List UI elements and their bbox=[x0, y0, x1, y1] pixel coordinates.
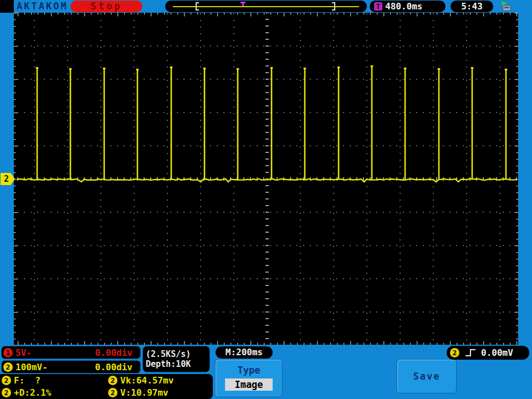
channel2-status: 2 100mV- 0.00div bbox=[1, 360, 141, 374]
clock: 5:43 bbox=[451, 1, 493, 12]
measurement-text: F: ? bbox=[14, 375, 40, 386]
waveform-display bbox=[14, 13, 518, 345]
type-button-label: Type bbox=[216, 365, 282, 376]
trigger-level-badge: 2 0.00mV bbox=[447, 346, 529, 360]
usb-disk-body-icon bbox=[503, 5, 511, 11]
measurement-vk: 2 Vk:64.57mv bbox=[108, 375, 214, 386]
save-button[interactable]: Save bbox=[397, 359, 457, 393]
measurement-text: V:10.97mv bbox=[120, 387, 168, 398]
trigger-info-badge: T 480.0ms bbox=[370, 1, 446, 12]
trigger-level-value: 0.00mV bbox=[481, 347, 513, 358]
channel2-badge-icon: 2 bbox=[2, 376, 11, 385]
top-left-corner bbox=[0, 0, 14, 13]
measurement-text: Vk:64.57mv bbox=[120, 375, 173, 386]
measurement-duty: 2 +D:2.1% bbox=[2, 387, 108, 398]
memory-line bbox=[173, 6, 359, 7]
trigger-time-value: 480.0ms bbox=[385, 1, 422, 12]
channel2-scale: 100mV- bbox=[16, 362, 48, 372]
channel2-position-marker: 2 bbox=[1, 173, 15, 185]
channel2-badge-icon: 2 bbox=[2, 388, 11, 397]
sample-rate: (2.5KS/s) bbox=[146, 349, 191, 359]
rising-edge-icon bbox=[466, 349, 478, 357]
type-button[interactable]: Type Image bbox=[215, 359, 283, 397]
window-right-bracket-icon bbox=[332, 2, 335, 11]
channel2-badge-icon: 2 bbox=[3, 362, 13, 372]
usb-storage-icon bbox=[500, 1, 513, 12]
oscilloscope-screen: AKTAKOM Stop T 480.0ms 5:43 2 1 5V- 0.00… bbox=[0, 0, 532, 399]
measurement-text: +D:2.1% bbox=[14, 387, 51, 398]
graticule-and-trace bbox=[14, 13, 518, 345]
trigger-position-marker-icon bbox=[241, 2, 245, 7]
acquisition-status: (2.5KS/s) Depth:10K bbox=[142, 346, 210, 372]
channel2-offset: 0.00div bbox=[95, 362, 132, 372]
channel2-badge-icon: 2 bbox=[108, 376, 117, 385]
run-state-badge: Stop bbox=[70, 1, 142, 12]
channel2-badge-icon: 2 bbox=[108, 388, 117, 397]
channel2-badge-icon: 2 bbox=[450, 348, 459, 357]
channel1-status: 1 5V- 0.00div bbox=[1, 346, 141, 359]
timebase-badge: M:200ms bbox=[216, 346, 273, 359]
brand-logo: AKTAKOM bbox=[17, 0, 68, 13]
measurements-panel: 2 F: ? 2 Vk:64.57mv 2 +D:2.1% 2 V:10.97m… bbox=[0, 374, 213, 399]
memory-depth: Depth:10K bbox=[146, 359, 191, 369]
measurement-frequency: 2 F: ? bbox=[2, 375, 108, 386]
trigger-t-icon: T bbox=[374, 2, 382, 11]
window-left-bracket-icon bbox=[196, 2, 199, 11]
measurement-voltage: 2 V:10.97mv bbox=[108, 387, 214, 398]
channel1-badge-icon: 1 bbox=[3, 348, 13, 357]
channel1-scale: 5V- bbox=[16, 347, 32, 358]
channel1-offset: 0.00div bbox=[95, 347, 132, 358]
memory-window-indicator bbox=[165, 1, 367, 12]
type-button-value[interactable]: Image bbox=[225, 378, 273, 391]
